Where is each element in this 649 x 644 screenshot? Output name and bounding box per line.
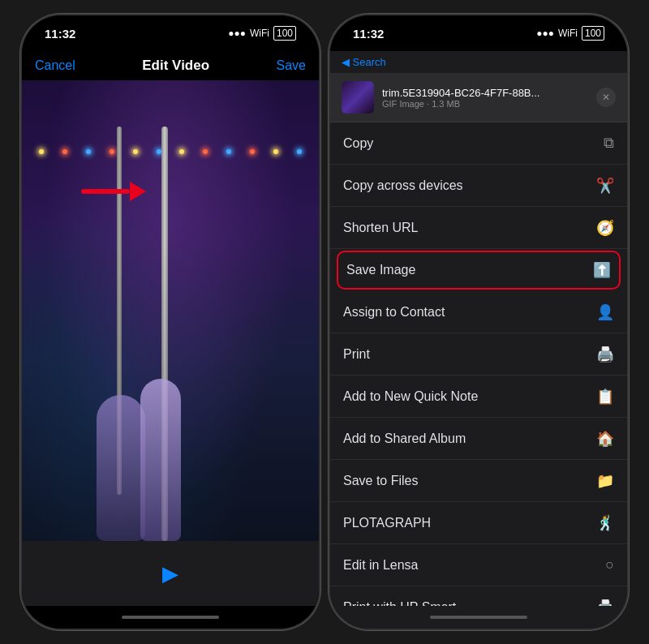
battery-right: 100 <box>582 26 604 41</box>
menu-item-icon-quick-note: 📋 <box>596 388 614 406</box>
time-right: 11:32 <box>353 27 384 41</box>
dynamic-island-right <box>434 24 523 46</box>
light <box>297 149 302 154</box>
home-indicator-right <box>330 606 627 629</box>
signal-icon-right: ●●● <box>536 28 554 39</box>
file-name: trim.5E319904-BC26-4F7F-88B... <box>382 87 588 99</box>
time-left: 11:32 <box>45 27 75 41</box>
file-meta: GIF Image · 1.3 MB <box>382 99 588 109</box>
light <box>86 149 91 154</box>
home-indicator-left <box>22 606 319 629</box>
menu-item-label-edit-lensa: Edit in Lensa <box>343 558 419 573</box>
menu-item-icon-plotagraph: 🕺 <box>596 514 614 532</box>
menu-item-print[interactable]: Print🖨️ <box>330 333 627 376</box>
light <box>133 149 138 154</box>
light <box>250 149 255 154</box>
menu-item-icon-print-hp: 🖨️ <box>596 599 614 607</box>
menu-item-quick-note[interactable]: Add to New Quick Note📋 <box>330 376 627 418</box>
light <box>62 149 67 154</box>
menu-item-label-save-files: Save to Files <box>343 474 418 488</box>
signal-icon-left: ●●● <box>228 28 246 39</box>
status-icons-left: ●●● WiFi 100 <box>228 26 296 41</box>
menu-item-icon-copy: ⧉ <box>604 135 614 152</box>
instruction-arrow <box>81 182 146 201</box>
menu-item-save-files[interactable]: Save to Files📁 <box>330 460 627 502</box>
light <box>39 149 44 154</box>
light <box>203 149 208 154</box>
menu-item-icon-print: 🖨️ <box>596 346 614 363</box>
playback-bar: ▶ <box>22 541 319 606</box>
close-button[interactable]: ✕ <box>596 88 616 107</box>
menu-item-icon-save-image: ⬆️ <box>593 261 611 279</box>
person-silhouette-2 <box>140 379 181 541</box>
video-frame <box>22 80 319 541</box>
edit-video-title: Edit Video <box>142 58 209 74</box>
file-info: trim.5E319904-BC26-4F7F-88B... GIF Image… <box>382 87 588 109</box>
menu-item-icon-shorten-url: 🧭 <box>596 219 614 237</box>
right-phone: 11:32 ●●● WiFi 100 ◀ Search trim.5E31990… <box>329 14 629 630</box>
light <box>110 149 114 154</box>
light <box>226 149 231 154</box>
person-silhouette-1 <box>97 395 145 541</box>
menu-item-label-print-hp: Print with HP Smart <box>343 600 456 607</box>
save-button[interactable]: Save <box>277 58 306 73</box>
menu-item-label-print: Print <box>343 347 370 362</box>
menu-item-icon-shared-album: 🏠 <box>596 430 614 448</box>
light <box>273 149 278 154</box>
menu-item-print-hp[interactable]: Print with HP Smart🖨️ <box>330 586 627 606</box>
wifi-icon-left: WiFi <box>250 28 269 39</box>
menu-item-copy-across[interactable]: Copy across devices✂️ <box>330 165 627 207</box>
menu-item-shorten-url[interactable]: Shorten URL🧭 <box>330 207 627 249</box>
left-phone: 11:32 ●●● WiFi 100 Cancel Edit Video Sav… <box>20 14 320 630</box>
menu-item-copy[interactable]: Copy⧉ <box>330 122 627 165</box>
menu-item-label-copy: Copy <box>343 136 373 151</box>
nav-bar-left: Cancel Edit Video Save <box>22 51 319 80</box>
battery-left: 100 <box>273 26 296 41</box>
menu-item-icon-save-files: 📁 <box>596 472 614 490</box>
home-bar-right <box>430 616 527 619</box>
menu-item-label-shorten-url: Shorten URL <box>343 221 419 235</box>
menu-item-icon-copy-across: ✂️ <box>596 177 614 195</box>
light <box>157 149 161 154</box>
menu-item-edit-lensa[interactable]: Edit in Lensa○ <box>330 544 627 586</box>
menu-item-plotagraph[interactable]: PLOTAGRAPH🕺 <box>330 502 627 544</box>
home-bar-left <box>122 616 219 619</box>
cancel-button[interactable]: Cancel <box>35 58 75 73</box>
search-bar: ◀ Search <box>330 51 627 73</box>
menu-list: Copy⧉Copy across devices✂️Shorten URL🧭Sa… <box>330 122 627 606</box>
file-thumbnail <box>342 81 374 114</box>
file-header: trim.5E319904-BC26-4F7F-88B... GIF Image… <box>330 73 627 122</box>
menu-item-label-copy-across: Copy across devices <box>343 178 463 193</box>
menu-item-label-shared-album: Add to Shared Album <box>343 431 466 446</box>
video-container: ▶ <box>22 80 319 606</box>
back-button[interactable]: ◀ Search <box>342 56 386 68</box>
menu-item-save-image[interactable]: Save Image⬆️ <box>337 251 621 290</box>
menu-item-shared-album[interactable]: Add to Shared Album🏠 <box>330 418 627 460</box>
wifi-icon-right: WiFi <box>558 28 578 39</box>
menu-item-assign-contact[interactable]: Assign to Contact👤 <box>330 291 627 333</box>
light <box>179 149 184 154</box>
carousel-lights <box>22 149 319 154</box>
menu-item-label-save-image: Save Image <box>346 263 415 277</box>
people-area <box>22 242 319 541</box>
status-icons-right: ●●● WiFi 100 <box>536 26 604 41</box>
menu-item-icon-edit-lensa: ○ <box>605 556 614 573</box>
menu-item-label-quick-note: Add to New Quick Note <box>343 389 478 404</box>
play-button[interactable]: ▶ <box>154 557 187 590</box>
menu-item-label-plotagraph: PLOTAGRAPH <box>343 516 431 530</box>
menu-item-icon-assign-contact: 👤 <box>596 303 614 321</box>
menu-item-label-assign-contact: Assign to Contact <box>343 305 445 320</box>
dynamic-island-left <box>126 24 215 46</box>
